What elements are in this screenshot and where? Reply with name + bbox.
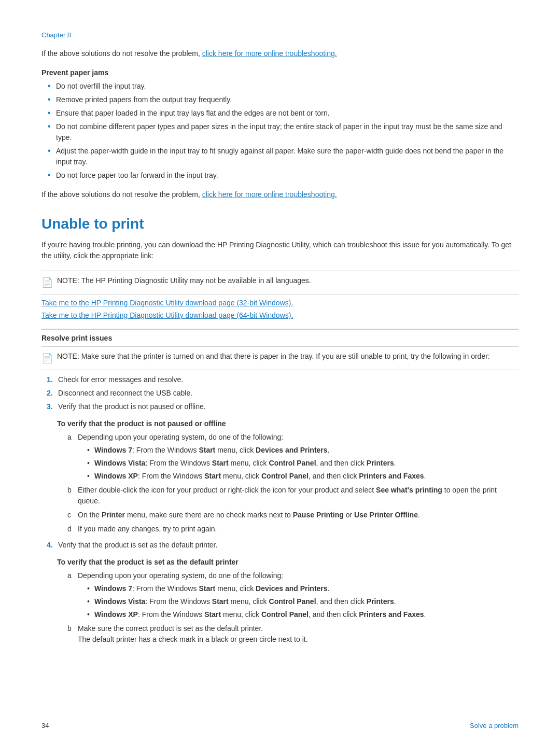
prevent-jams-section: Prevent paper jams Do not overfill the i… bbox=[41, 68, 519, 181]
note-icon-2: 📄 bbox=[41, 352, 53, 366]
list-item: Windows 7: From the Windows Start menu, … bbox=[87, 445, 519, 456]
list-item: Windows Vista: From the Windows Start me… bbox=[87, 596, 519, 607]
step4-list: 4. Verify that the product is set as the… bbox=[41, 540, 519, 551]
list-item: Windows Vista: From the Windows Start me… bbox=[87, 458, 519, 469]
link-32bit-line: Take me to the HP Printing Diagnostic Ut… bbox=[41, 299, 519, 307]
note-box-2: 📄 NOTE: Make sure that the printer is tu… bbox=[41, 346, 519, 370]
resolve-heading: Resolve print issues bbox=[41, 329, 519, 342]
list-item: Adjust the paper-width guide in the inpu… bbox=[47, 146, 519, 167]
list-item: 2. Disconnect and reconnect the USB cabl… bbox=[47, 388, 519, 399]
list-item: 3. Verify that the product is not paused… bbox=[47, 401, 519, 412]
footer: 34 Solve a problem bbox=[41, 722, 519, 729]
verify-offline-section: To verify that the product is not paused… bbox=[41, 419, 519, 535]
list-item: c On the Printer menu, make sure there a… bbox=[67, 510, 519, 521]
outro-paragraph: If the above solutions do not resolve th… bbox=[41, 189, 519, 200]
note-text-1: NOTE: The HP Printing Diagnostic Utility… bbox=[57, 275, 311, 286]
verify-default-alpha-list: a Depending upon your operating system, … bbox=[57, 570, 519, 645]
note-box-1: 📄 NOTE: The HP Printing Diagnostic Utili… bbox=[41, 271, 519, 294]
link-64bit-line: Take me to the HP Printing Diagnostic Ut… bbox=[41, 311, 519, 319]
list-item: b Either double-click the icon for your … bbox=[67, 485, 519, 507]
verify-offline-alpha-list: a Depending upon your operating system, … bbox=[57, 432, 519, 535]
verify-default-heading: To verify that the product is set as the… bbox=[57, 558, 519, 566]
unable-to-print-heading: Unable to print bbox=[41, 216, 519, 232]
verify-offline-heading: To verify that the product is not paused… bbox=[57, 419, 519, 428]
list-item: d If you made any changes, try to print … bbox=[67, 524, 519, 535]
link-32bit[interactable]: Take me to the HP Printing Diagnostic Ut… bbox=[41, 299, 293, 307]
footer-section-label: Solve a problem bbox=[470, 722, 519, 729]
footer-page-number: 34 bbox=[41, 722, 49, 729]
unable-to-print-intro: If you're having trouble printing, you c… bbox=[41, 240, 519, 261]
list-item: a Depending upon your operating system, … bbox=[67, 432, 519, 482]
list-item: Remove printed papers from the output tr… bbox=[47, 94, 519, 105]
prevent-jams-list: Do not overfill the input tray. Remove p… bbox=[41, 81, 519, 181]
list-item: b Make sure the correct product is set a… bbox=[67, 623, 519, 645]
resolve-steps-list: 1. Check for error messages and resolve.… bbox=[41, 374, 519, 412]
troubleshooting-link-1[interactable]: click here for more online troubleshooti… bbox=[202, 49, 337, 58]
list-item: Windows XP: From the Windows Start menu,… bbox=[87, 471, 519, 482]
troubleshooting-link-2[interactable]: click here for more online troubleshooti… bbox=[202, 190, 337, 199]
list-item: Windows 7: From the Windows Start menu, … bbox=[87, 583, 519, 594]
note-text-2: NOTE: Make sure that the printer is turn… bbox=[57, 351, 490, 362]
list-item: Do not overfill the input tray. bbox=[47, 81, 519, 92]
windows-bullets: Windows 7: From the Windows Start menu, … bbox=[78, 445, 519, 482]
list-item: Windows XP: From the Windows Start menu,… bbox=[87, 609, 519, 620]
list-item: Do not combine different paper types and… bbox=[47, 121, 519, 143]
intro-paragraph: If the above solutions do not resolve th… bbox=[41, 48, 519, 59]
list-item: a Depending upon your operating system, … bbox=[67, 570, 519, 620]
list-item: 1. Check for error messages and resolve. bbox=[47, 374, 519, 385]
chapter-label: Chapter 8 bbox=[41, 31, 519, 39]
list-item: Ensure that paper loaded in the input tr… bbox=[47, 108, 519, 119]
list-item: 4. Verify that the product is set as the… bbox=[47, 540, 519, 551]
link-64bit[interactable]: Take me to the HP Printing Diagnostic Ut… bbox=[41, 311, 293, 319]
verify-default-section: To verify that the product is set as the… bbox=[41, 558, 519, 645]
note-icon-1: 📄 bbox=[41, 276, 53, 290]
windows-bullets-default: Windows 7: From the Windows Start menu, … bbox=[78, 583, 519, 620]
prevent-jams-heading: Prevent paper jams bbox=[41, 68, 519, 77]
list-item: Do not force paper too far forward in th… bbox=[47, 170, 519, 181]
